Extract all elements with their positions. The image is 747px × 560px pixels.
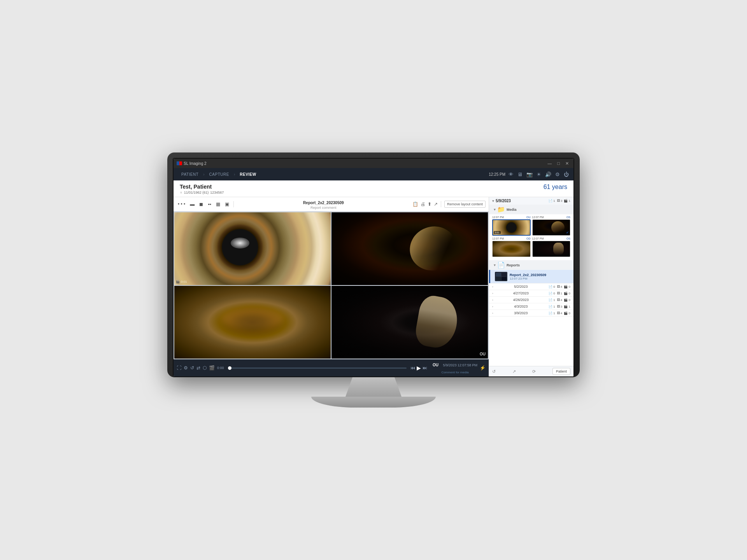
nav-capture[interactable]: CAPTURE (206, 171, 232, 178)
settings-icon[interactable]: ⚙ (555, 172, 560, 177)
rc-6: 📄 1 (549, 312, 555, 315)
share-panel-icon[interactable]: ↗ (512, 369, 516, 374)
session-header-1[interactable]: ▾ 5/9/2023 📄 1 🖼 3 🎬 1 (489, 197, 573, 205)
thumb-img-4[interactable] (532, 241, 571, 257)
cell-label-1: 🎬 0:01 (176, 280, 187, 284)
session-date-6: 3/9/2023 (514, 311, 528, 315)
rotate-icon[interactable]: ↺ (190, 365, 194, 371)
nav-separator-2: › (233, 172, 236, 177)
main-content: • • • ▬ ◼ ▪▪ ▦ ▣ Report_2x2_20230509 Rep… (174, 197, 573, 376)
refresh-icon[interactable]: ↺ (492, 369, 496, 374)
session-group-1: ▾ 5/9/2023 📄 1 🖼 3 🎬 1 ▾ (489, 197, 573, 284)
patient-details: ♀ 11/01/1962 (61) 1234567 (180, 191, 224, 194)
thumb-img-2[interactable]: ✔ (532, 219, 571, 236)
progress-dot (228, 366, 231, 370)
monitor-icon[interactable]: 🖥 (517, 172, 523, 177)
session-item-2[interactable]: › 5/2/2023 📄 0 🖼 4 🎬 0 (489, 284, 573, 290)
nav-patient[interactable]: PATIENT (178, 171, 202, 178)
reports-doc-icon: 📄 (497, 261, 505, 269)
viewer-area: • • • ▬ ◼ ▪▪ ▦ ▣ Report_2x2_20230509 Rep… (174, 197, 489, 376)
session-item-6[interactable]: › 3/9/2023 📄 1 🖼 4 🎬 0 (489, 310, 573, 317)
image-cell-3[interactable] (174, 286, 331, 359)
image-count-1: 🖼 3 (557, 199, 563, 203)
session-counts-5: 📄 1 🖼 3 🎬 1 (549, 305, 570, 308)
film-icon[interactable]: 🎬 (209, 365, 215, 371)
image-cell-4[interactable]: OU (331, 286, 488, 359)
patient-id: 1234567 (210, 191, 224, 194)
flip-icon[interactable]: ⇄ (196, 365, 200, 371)
media-extra-icon[interactable]: ⚡ (480, 365, 486, 371)
close-button[interactable]: ✕ (564, 161, 570, 166)
bottom-controls: ⛶ ⚙ ↺ ⇄ ⬡ 🎬 0:00 ⏮ (174, 359, 489, 376)
report-item-1[interactable]: Report_2x2_20230509 12:07:23 PM (489, 270, 573, 283)
layout-1-icon[interactable]: ▬ (189, 201, 196, 208)
layout-4-icon[interactable]: ▦ (215, 201, 221, 208)
nav-time: 12:25 PM (489, 172, 505, 177)
layout-3-icon[interactable]: ▪▪ (207, 201, 212, 208)
copy-icon[interactable]: ⬡ (203, 365, 207, 371)
export-icon[interactable]: ⬆ (428, 201, 431, 207)
right-panel-bottom: ↺ ↗ ⟳ Patient (489, 366, 573, 376)
image-cell-2[interactable] (331, 212, 488, 285)
chevron-icon-5: › (492, 305, 493, 308)
fullscreen-icon[interactable]: ⛶ (177, 365, 181, 371)
thumb-item-2[interactable]: 12:07 PM OS ✔ (532, 216, 571, 236)
play-button[interactable]: ▶ (417, 365, 421, 371)
thumb-img-1[interactable]: 0:01 (492, 219, 531, 236)
more-options-icon[interactable]: • • • (177, 201, 186, 208)
app-window: SL Imaging 2 — □ ✕ PATIENT › CAPTURE › (174, 159, 573, 376)
gender-icon: ♀ (180, 191, 182, 194)
playback-time: 0:00 (217, 366, 224, 370)
restore-button[interactable]: □ (556, 161, 561, 166)
minimize-button[interactable]: — (546, 161, 553, 166)
media-thumbnails: 12:07 PM OU 0:01 (489, 214, 573, 260)
thumb-img-3[interactable] (492, 241, 531, 257)
title-bar: SL Imaging 2 — □ ✕ (174, 159, 573, 168)
report-thumbnail (495, 272, 507, 281)
media-subsection-header[interactable]: ▾ 📁 Media (489, 205, 573, 214)
report-count-1: 📄 1 (549, 199, 555, 203)
power-icon[interactable]: ⏻ (564, 172, 569, 177)
settings-ctrl-icon[interactable]: ⚙ (184, 365, 188, 371)
eye-icon[interactable]: 👁 (509, 172, 514, 177)
media-datetime: 5/9/2023 12:07:58 PM (443, 363, 477, 367)
thumb-item-1[interactable]: 12:07 PM OU 0:01 (492, 216, 531, 236)
remove-layout-button[interactable]: Remove layout content (444, 201, 486, 208)
sound-icon[interactable]: 🔊 (545, 172, 551, 177)
image-cell-1[interactable]: 🎬 0:01 (174, 212, 331, 285)
thumb-label-2: 12:07 PM OS (532, 216, 571, 219)
title-bar-controls: — □ ✕ (546, 161, 570, 166)
session-item-3[interactable]: › 4/27/2023 📄 0 🖼 1 🎬 0 (489, 290, 573, 297)
sync-icon[interactable]: ⟳ (532, 369, 536, 374)
patient-button[interactable]: Patient (552, 368, 570, 375)
media-expand-icon: ▾ (494, 207, 496, 212)
nav-review[interactable]: REVIEW (237, 171, 259, 178)
reports-section: Report_2x2_20230509 12:07:23 PM (489, 270, 573, 283)
session-date-2: 5/2/2023 (514, 285, 528, 289)
camera-icon[interactable]: 📷 (526, 172, 533, 177)
patient-dob: 11/01/1962 (61) (184, 191, 209, 194)
media-eye: OU (433, 363, 438, 367)
thumb-checkmark-2: ✔ (566, 231, 569, 234)
document-icon[interactable]: 📋 (412, 201, 418, 207)
brightness-icon[interactable]: ☀ (537, 172, 541, 177)
session-item-5[interactable]: › 4/3/2023 📄 1 🖼 3 🎬 1 (489, 303, 573, 310)
toolbar-sep-2 (441, 201, 441, 207)
skip-back-button[interactable]: ⏮ (410, 365, 415, 371)
ic-5: 🖼 3 (557, 305, 563, 308)
session-date-1: 5/9/2023 (496, 199, 547, 203)
skip-fwd-button[interactable]: ⏭ (423, 365, 427, 371)
print-icon[interactable]: 🖨 (421, 201, 425, 207)
thumb-item-4[interactable]: 12:07 PM OS (532, 237, 571, 257)
layout-6-icon[interactable]: ▣ (224, 201, 230, 208)
reports-section-title: Reports (507, 263, 569, 267)
layout-2-icon[interactable]: ◼ (198, 201, 204, 208)
reports-subsection-header[interactable]: ▾ 📄 Reports (489, 260, 573, 270)
nav-separator-1: › (202, 172, 205, 177)
share-icon[interactable]: ↗ (434, 201, 438, 207)
thumb-item-3[interactable]: 12:07 PM OD (492, 237, 531, 257)
session-item-4[interactable]: › 4/26/2023 📄 1 🖼 4 🎬 0 (489, 297, 573, 303)
session-counts-3: 📄 0 🖼 1 🎬 0 (549, 292, 570, 295)
progress-bar[interactable] (228, 368, 407, 369)
patient-name: Test, Patient (180, 184, 224, 190)
